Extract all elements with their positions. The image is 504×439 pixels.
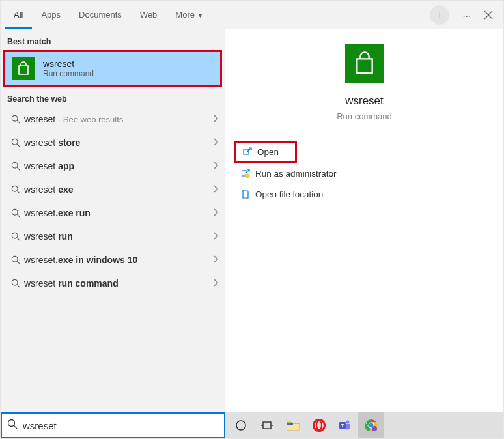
svg-point-36 — [372, 426, 377, 431]
search-input[interactable] — [23, 420, 219, 431]
web-result[interactable]: wsreset run — [1, 225, 225, 248]
web-result-text: wsreset store — [24, 137, 213, 148]
search-icon — [7, 279, 24, 288]
chevron-right-icon — [213, 255, 218, 265]
preview-panel: wsreset Run command Open Run as administ… — [225, 29, 503, 412]
search-icon — [7, 232, 24, 241]
more-options-icon[interactable]: ··· — [456, 10, 477, 21]
web-result[interactable]: wsreset app — [1, 154, 225, 178]
svg-point-8 — [12, 186, 18, 191]
action-run-admin-label: Run as administrator — [255, 169, 337, 178]
svg-text:T: T — [341, 423, 344, 429]
preview-subtitle: Run command — [337, 111, 392, 121]
svg-line-5 — [17, 144, 20, 147]
svg-point-22 — [236, 421, 245, 430]
web-result-text: wsreset exe — [24, 184, 213, 195]
search-icon — [7, 255, 24, 264]
preview-store-icon — [345, 44, 384, 83]
action-run-admin[interactable]: Run as administrator — [234, 163, 494, 184]
svg-point-20 — [8, 420, 15, 427]
tab-apps[interactable]: Apps — [32, 1, 70, 29]
chevron-right-icon — [213, 138, 218, 148]
web-result-text: wsreset app — [24, 161, 213, 171]
taskbar-teams-icon[interactable]: T — [332, 412, 358, 438]
action-open-location[interactable]: Open file location — [234, 184, 494, 205]
web-result-text: wsreset run command — [24, 278, 213, 289]
tab-web[interactable]: Web — [131, 1, 167, 29]
svg-point-6 — [12, 162, 18, 168]
shield-icon — [241, 169, 255, 178]
search-icon — [7, 185, 24, 194]
web-result[interactable]: wsreset.exe run — [1, 201, 225, 225]
search-icon — [7, 138, 24, 147]
svg-line-15 — [17, 261, 20, 264]
svg-line-3 — [17, 120, 20, 123]
chevron-right-icon — [213, 279, 218, 289]
taskbar-explorer-icon[interactable] — [280, 412, 306, 438]
svg-point-29 — [316, 421, 322, 430]
web-result-text: wsreset.exe run — [24, 208, 213, 218]
web-result[interactable]: wsreset exe — [1, 178, 225, 201]
svg-point-14 — [12, 256, 18, 262]
svg-point-10 — [12, 209, 18, 215]
svg-point-32 — [346, 421, 350, 424]
action-open-label: Open — [257, 147, 279, 157]
tab-more[interactable]: More▼ — [166, 1, 212, 29]
chevron-right-icon — [213, 232, 218, 242]
chevron-right-icon — [213, 185, 218, 195]
taskbar-taskview-icon[interactable] — [254, 412, 280, 438]
search-web-header: Search the web — [1, 87, 225, 107]
best-match-result[interactable]: wsreset Run command — [3, 50, 222, 87]
taskbar-chrome-icon[interactable] — [358, 412, 384, 438]
web-result-text: wsreset - See web results — [24, 114, 213, 124]
results-panel: Best match wsreset Run command Search th… — [1, 29, 225, 412]
tabs-bar: All Apps Documents Web More▼ I ··· — [1, 1, 503, 29]
search-icon — [7, 162, 24, 171]
web-result[interactable]: wsreset.exe in windows 10 — [1, 248, 225, 272]
svg-rect-27 — [287, 423, 293, 425]
best-match-header: Best match — [1, 29, 225, 50]
action-open-location-label: Open file location — [255, 190, 323, 199]
search-box[interactable] — [1, 412, 225, 438]
taskbar-opera-icon[interactable] — [306, 412, 332, 438]
preview-title: wsreset — [345, 94, 384, 107]
search-icon — [7, 208, 24, 218]
store-icon — [12, 57, 35, 80]
svg-point-2 — [12, 115, 18, 121]
search-icon — [7, 419, 18, 432]
file-icon — [241, 190, 255, 199]
web-result[interactable]: wsreset store — [1, 131, 225, 154]
action-open[interactable]: Open — [234, 141, 297, 163]
svg-line-17 — [17, 285, 20, 287]
chevron-right-icon — [213, 208, 218, 218]
best-match-title: wsreset — [43, 59, 94, 69]
search-icon — [7, 115, 24, 124]
close-button[interactable] — [477, 10, 499, 20]
taskbar-cortana-icon[interactable] — [228, 412, 254, 438]
web-result[interactable]: wsreset - See web results — [1, 107, 225, 131]
svg-line-9 — [17, 191, 20, 193]
open-icon — [243, 147, 257, 156]
svg-point-4 — [12, 139, 18, 145]
svg-point-16 — [12, 279, 18, 285]
svg-rect-23 — [263, 422, 271, 429]
svg-line-21 — [14, 426, 18, 429]
svg-line-11 — [17, 214, 20, 217]
web-result-text: wsreset run — [24, 231, 213, 242]
svg-point-12 — [12, 233, 18, 238]
tab-documents[interactable]: Documents — [70, 1, 131, 29]
web-result-text: wsreset.exe in windows 10 — [24, 255, 213, 265]
user-avatar[interactable]: I — [430, 5, 449, 25]
chevron-right-icon — [213, 115, 218, 124]
taskbar: T — [225, 412, 503, 438]
svg-line-13 — [17, 238, 20, 240]
caret-down-icon: ▼ — [197, 12, 203, 19]
svg-line-7 — [17, 167, 20, 170]
chevron-right-icon — [213, 162, 218, 171]
web-result[interactable]: wsreset run command — [1, 272, 225, 295]
best-match-subtitle: Run command — [43, 69, 94, 78]
tab-all[interactable]: All — [5, 1, 32, 29]
